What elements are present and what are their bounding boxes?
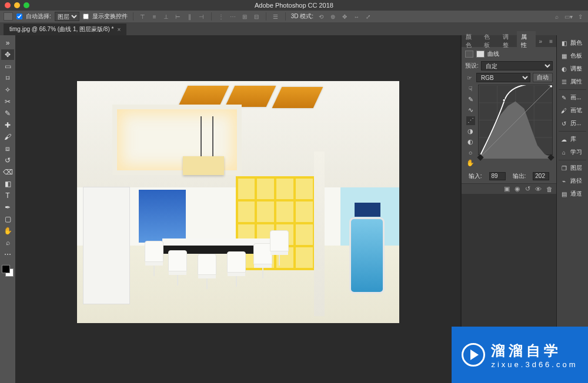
- zoom-tool-icon[interactable]: ⌕: [1, 237, 14, 248]
- foreground-color[interactable]: [2, 265, 10, 273]
- watermark-brand: 溜溜自学: [491, 341, 562, 360]
- marquee-tool-icon[interactable]: ▭: [1, 61, 14, 72]
- canvas-area[interactable]: [15, 35, 461, 383]
- align-hcenter-icon[interactable]: ∥: [186, 12, 194, 21]
- roll-icon[interactable]: ⊕: [329, 12, 337, 21]
- smooth-icon[interactable]: ∿: [466, 106, 475, 115]
- show-transform-checkbox[interactable]: [83, 14, 89, 19]
- panel-body: 曲线 预设: 自定 ☞ RGB 自动 ☟ ✎ ∿ ⋰ ◑ ◐ ○: [462, 47, 556, 183]
- workspace-icon[interactable]: ▭▾: [564, 12, 573, 21]
- type-tool-icon[interactable]: T: [1, 190, 14, 201]
- finger-icon[interactable]: ☟: [466, 85, 475, 93]
- document-tab[interactable]: timg.jpg @ 66.7% (曲线 1, 图层蒙版/8) * ×: [4, 23, 126, 35]
- preset-dropdown[interactable]: 自定: [481, 61, 553, 70]
- auto-select-label: 自动选择:: [26, 12, 51, 21]
- auto-select-dropdown[interactable]: 图层: [55, 12, 79, 21]
- history-icon: ↺: [560, 119, 568, 127]
- panel-footer: ▣ ◉ ↺ 👁 🗑: [462, 183, 556, 194]
- stamp-tool-icon[interactable]: ⧇: [1, 143, 14, 154]
- dock-channels[interactable]: ▤通道: [557, 187, 588, 200]
- clip-icon[interactable]: ▣: [504, 185, 510, 193]
- dock-libraries[interactable]: ☁库: [557, 133, 588, 146]
- hand-tool-icon[interactable]: ✋: [1, 226, 14, 236]
- close-window-icon[interactable]: [5, 2, 11, 8]
- eyedropper-black-icon[interactable]: ◑: [466, 127, 475, 136]
- share-icon[interactable]: ⇪: [576, 12, 584, 21]
- distribute-icon[interactable]: ⋯: [229, 12, 237, 21]
- auto-button[interactable]: 自动: [533, 73, 553, 82]
- svg-marker-0: [479, 102, 552, 159]
- separator: [211, 12, 212, 21]
- black-point-handle[interactable]: [477, 154, 483, 160]
- preset-label: 预设:: [465, 62, 479, 70]
- hand-clip-icon[interactable]: ✋: [466, 159, 475, 167]
- panel-tab-strip: 颜色 色板 调整 属性 » ≡: [462, 35, 556, 47]
- align-left-icon[interactable]: ⊢: [174, 12, 182, 21]
- brush-settings-icon: 🖌: [560, 106, 568, 115]
- dock-paths[interactable]: ⌁路径: [557, 174, 588, 187]
- color-swatches[interactable]: [1, 264, 14, 277]
- dock-brushes[interactable]: ✎画...: [557, 91, 588, 104]
- channel-dropdown[interactable]: RGB: [476, 73, 530, 82]
- wand-tool-icon[interactable]: ✧: [1, 85, 14, 95]
- orbit-icon[interactable]: ⟲: [317, 12, 325, 21]
- distribute-icon[interactable]: ⊞: [240, 12, 249, 21]
- align-bottom-icon[interactable]: ⊥: [162, 12, 171, 21]
- curves-graph[interactable]: [478, 85, 553, 155]
- collapse-icon[interactable]: »: [1, 38, 14, 48]
- eyedropper-gray-icon[interactable]: ◐: [466, 137, 475, 146]
- dock-swatches[interactable]: ▦色板: [557, 49, 588, 62]
- output-value[interactable]: 202: [533, 172, 549, 180]
- more-tools-icon[interactable]: ⋯: [1, 249, 14, 260]
- lasso-tool-icon[interactable]: ⌑: [1, 73, 14, 83]
- paths-icon: ⌁: [560, 177, 568, 185]
- search-icon[interactable]: ⌕: [553, 12, 561, 21]
- delete-icon[interactable]: 🗑: [546, 186, 553, 193]
- pen-tool-icon[interactable]: ✒: [1, 202, 14, 213]
- move-tool-icon[interactable]: ✥: [1, 49, 14, 60]
- panel-menu-icon[interactable]: ≡: [546, 38, 556, 45]
- reset-icon[interactable]: ↺: [525, 185, 530, 193]
- pencil-icon[interactable]: ✎: [466, 95, 475, 104]
- align-top-icon[interactable]: ⊤: [139, 12, 147, 21]
- scale-icon[interactable]: ⤢: [364, 12, 372, 21]
- distribute-icon[interactable]: ⊟: [252, 12, 260, 21]
- dock-properties[interactable]: ☰属性: [557, 75, 588, 88]
- target-adjust-icon[interactable]: ☞: [465, 75, 474, 81]
- tool-preset-icon[interactable]: [4, 12, 13, 21]
- pan-icon[interactable]: ✥: [340, 12, 349, 21]
- title-bar: Adobe Photoshop CC 2018: [0, 0, 588, 11]
- dock-history[interactable]: ↺历...: [557, 117, 588, 130]
- eraser-tool-icon[interactable]: ⌫: [1, 167, 14, 177]
- visibility-icon[interactable]: 👁: [535, 186, 542, 193]
- dock-adjustments[interactable]: ◐调整: [557, 62, 588, 75]
- eyedropper-white-icon[interactable]: ○: [466, 148, 475, 157]
- rect-tool-icon[interactable]: ▢: [1, 214, 14, 224]
- align-vcenter-icon[interactable]: ≡: [151, 12, 159, 21]
- minimize-window-icon[interactable]: [14, 2, 20, 8]
- align-right-icon[interactable]: ⊣: [198, 12, 206, 21]
- history-brush-tool-icon[interactable]: ↺: [1, 155, 14, 166]
- auto-select-checkbox[interactable]: [16, 14, 22, 19]
- brush-tool-icon[interactable]: 🖌: [1, 132, 14, 142]
- white-point-handle[interactable]: [547, 154, 554, 160]
- heal-tool-icon[interactable]: ✚: [1, 120, 14, 130]
- distribute-icon[interactable]: ⋮: [217, 12, 225, 21]
- dock-color[interactable]: ◧颜色: [557, 36, 588, 49]
- curve-point-icon[interactable]: ⋰: [466, 116, 475, 125]
- dock-layers[interactable]: ❐图层: [557, 162, 588, 174]
- slide-icon[interactable]: ↔: [352, 12, 360, 21]
- eyedropper-tool-icon[interactable]: ✎: [1, 108, 14, 119]
- close-tab-icon[interactable]: ×: [117, 26, 121, 33]
- layers-icon: ❐: [560, 164, 568, 172]
- dock-learn[interactable]: ⌂学习: [557, 146, 588, 159]
- gradient-tool-icon[interactable]: ◧: [1, 179, 14, 189]
- adjustments-icon: ◐: [560, 65, 568, 73]
- crop-tool-icon[interactable]: ✂: [1, 96, 14, 107]
- arrange-icon[interactable]: ☰: [272, 12, 280, 21]
- input-value[interactable]: 89: [489, 172, 506, 180]
- maximize-window-icon[interactable]: [24, 2, 29, 8]
- view-previous-icon[interactable]: ◉: [514, 185, 520, 193]
- panel-collapse-icon[interactable]: »: [536, 38, 546, 45]
- dock-brush-settings[interactable]: 🖌画笔: [557, 104, 588, 117]
